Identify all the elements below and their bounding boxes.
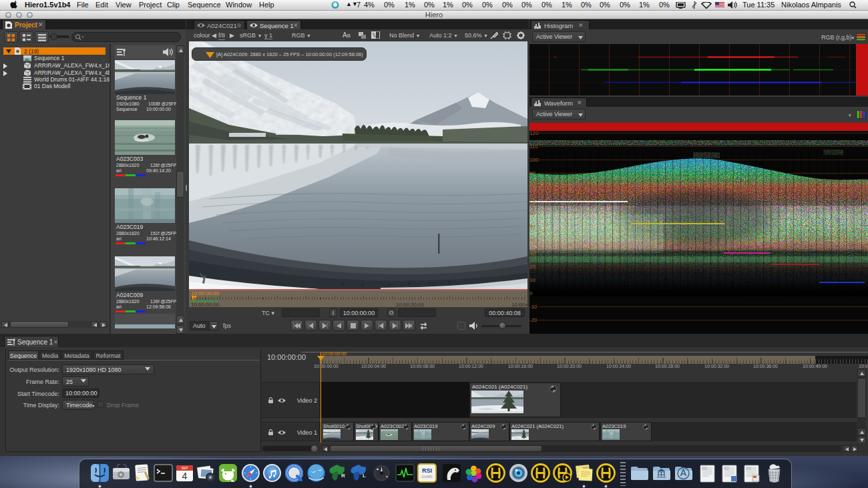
svg-text:L: L [363, 473, 366, 479]
svg-text:80: 80 [529, 184, 535, 190]
svg-text:60: 60 [529, 210, 535, 216]
svg-text:0: 0 [529, 290, 533, 296]
svg-text:30: 30 [529, 250, 535, 256]
svg-text:90: 90 [529, 170, 535, 176]
svg-text:100: 100 [529, 157, 539, 163]
svg-text:50: 50 [529, 224, 535, 230]
svg-text:R: R [341, 473, 345, 479]
svg-text:20: 20 [529, 264, 535, 270]
svg-text:10: 10 [529, 277, 535, 283]
svg-text:120: 120 [529, 131, 539, 136]
svg-text:todo: todo [583, 465, 589, 469]
svg-text:GUARD: GUARD [421, 475, 433, 479]
svg-text:4: 4 [182, 471, 188, 481]
svg-text:-20: -20 [529, 317, 537, 323]
svg-text:110: 110 [529, 144, 538, 150]
svg-text:SEP: SEP [181, 466, 188, 470]
svg-text:-10: -10 [529, 304, 537, 310]
svg-text:70: 70 [529, 197, 535, 203]
svg-text:40: 40 [529, 237, 535, 243]
svg-text:RSI: RSI [422, 467, 432, 474]
